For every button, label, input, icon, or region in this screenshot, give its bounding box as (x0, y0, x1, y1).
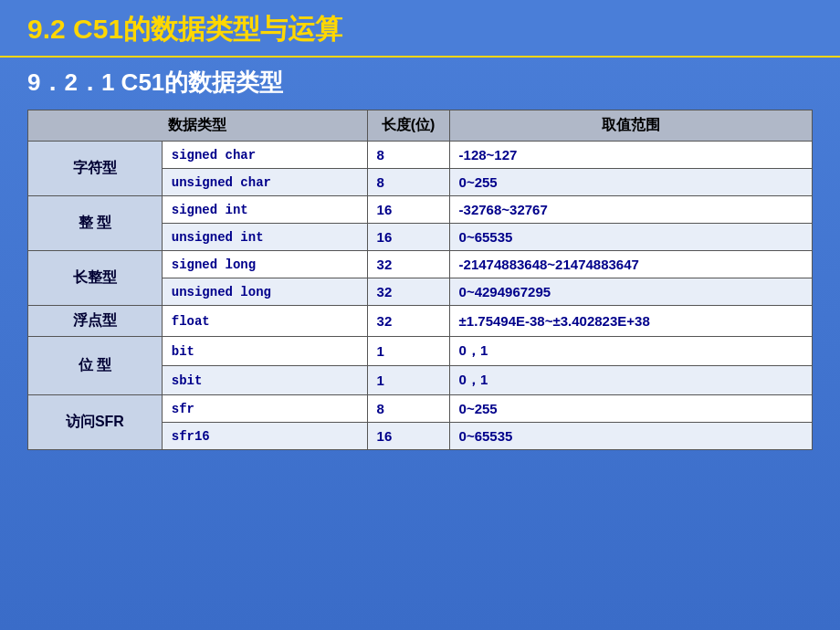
subtype-cell: float (162, 306, 367, 337)
category-cell: 整 型 (28, 196, 163, 251)
col-header-length: 长度(位) (367, 110, 449, 142)
sub-title: 9．2．1 C51的数据类型 (27, 67, 813, 99)
length-cell: 8 (367, 395, 449, 423)
table-row: 字符型signed char8-128~127 (28, 142, 813, 169)
range-cell: 0~65535 (449, 224, 812, 251)
range-cell: -21474883648~21474883647 (449, 251, 812, 278)
range-cell: 0~65535 (449, 423, 812, 450)
length-cell: 1 (367, 366, 449, 395)
range-cell: 0~255 (449, 395, 812, 423)
length-cell: 16 (367, 423, 449, 450)
subtype-cell: signed int (162, 196, 367, 224)
col-header-type: 数据类型 (28, 110, 368, 142)
main-title: 9.2 C51的数据类型与运算 (27, 11, 813, 48)
subtype-cell: signed char (162, 142, 367, 169)
range-cell: 0，1 (449, 337, 812, 366)
col-header-range: 取值范围 (449, 110, 812, 142)
category-cell: 浮点型 (28, 306, 163, 337)
subtype-cell: sbit (162, 366, 367, 395)
table-row: 访问SFRsfr80~255 (28, 395, 813, 423)
length-cell: 16 (367, 224, 449, 251)
table-row: 浮点型float32±1.75494E-38~±3.402823E+38 (28, 306, 813, 337)
range-cell: ±1.75494E-38~±3.402823E+38 (449, 306, 812, 337)
length-cell: 8 (367, 142, 449, 169)
page-wrapper: 9.2 C51的数据类型与运算 9．2．1 C51的数据类型 数据类型 长度(位… (0, 0, 840, 630)
category-cell: 访问SFR (28, 395, 163, 450)
subtype-cell: sfr (162, 395, 367, 423)
length-cell: 16 (367, 196, 449, 224)
subtype-cell: unsigned int (162, 224, 367, 251)
length-cell: 1 (367, 337, 449, 366)
range-cell: -32768~32767 (449, 196, 812, 224)
content-section: 9．2．1 C51的数据类型 数据类型 长度(位) 取值范围 字符型s (0, 58, 840, 630)
range-cell: 0~255 (449, 169, 812, 196)
range-cell: 0~4294967295 (449, 278, 812, 306)
length-cell: 32 (367, 306, 449, 337)
subtype-cell: sfr16 (162, 423, 367, 450)
subtype-cell: bit (162, 337, 367, 366)
table-body: 字符型signed char8-128~127unsigned char80~2… (28, 142, 813, 450)
subtype-cell: unsigned char (162, 169, 367, 196)
length-cell: 32 (367, 278, 449, 306)
table-header-row: 数据类型 长度(位) 取值范围 (28, 110, 813, 142)
length-cell: 8 (367, 169, 449, 196)
table-row: 整 型signed int16-32768~32767 (28, 196, 813, 224)
subtype-cell: signed long (162, 251, 367, 278)
subtype-cell: unsigned long (162, 278, 367, 306)
table-row: 长整型signed long32-21474883648~21474883647 (28, 251, 813, 278)
category-cell: 位 型 (28, 337, 163, 395)
category-cell: 长整型 (28, 251, 163, 306)
table-row: 位 型bit10，1 (28, 337, 813, 366)
data-table: 数据类型 长度(位) 取值范围 字符型signed char8-128~127u… (27, 110, 813, 450)
range-cell: -128~127 (449, 142, 812, 169)
category-cell: 字符型 (28, 142, 163, 196)
length-cell: 32 (367, 251, 449, 278)
range-cell: 0，1 (449, 366, 812, 395)
header-section: 9.2 C51的数据类型与运算 (0, 0, 840, 58)
